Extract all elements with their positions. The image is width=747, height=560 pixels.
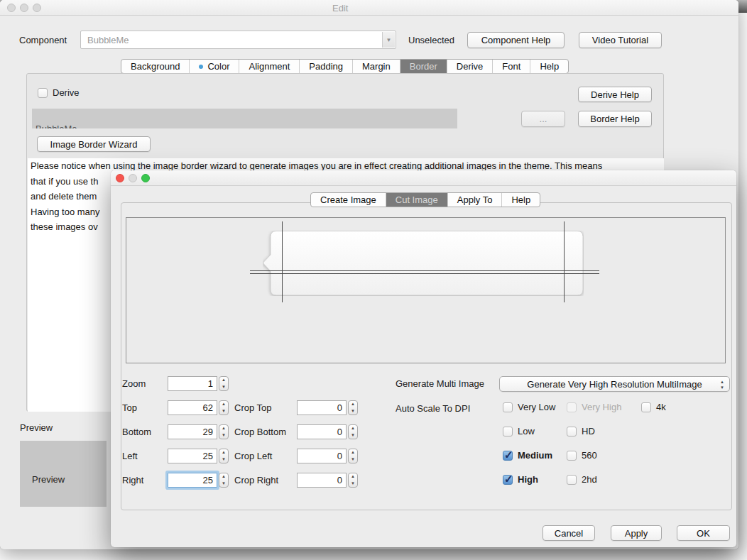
crop-left-input[interactable]: 0 (297, 449, 347, 463)
checkbox-icon (567, 402, 577, 412)
tab-apply-to[interactable]: Apply To (447, 193, 502, 207)
component-combobox[interactable]: BubbleMe ▼ (80, 31, 396, 49)
crop-bottom-input[interactable]: 0 (297, 424, 347, 439)
tab-padding[interactable]: Padding (299, 60, 352, 73)
minimize-icon[interactable] (20, 4, 28, 12)
generate-multi-image-select[interactable]: Generate Very High Resolution MultiImage… (499, 376, 730, 392)
zoom-label: Zoom (122, 378, 146, 389)
checkbox-icon (567, 427, 577, 437)
auto-scale-to-dpi-label: Auto Scale To DPI (396, 403, 470, 414)
checkbox-icon (38, 88, 48, 98)
crop-top-input[interactable]: 0 (297, 400, 347, 415)
video-tutorial-button[interactable]: Video Tutorial (579, 32, 662, 48)
image-border-wizard-dialog: Create Image Cut Image Apply To Help Zoo… (111, 170, 736, 547)
tab-margin[interactable]: Margin (352, 60, 400, 73)
tab-help[interactable]: Help (501, 193, 540, 207)
popup-arrows-icon: ▲▼ (720, 379, 724, 390)
wizard-tabbar: Create Image Cut Image Apply To Help (310, 192, 540, 207)
right-label: Right (122, 475, 143, 485)
bottom-stepper[interactable]: ▲▼ (219, 424, 229, 439)
color-dot-icon (199, 65, 203, 69)
crop-guide-top[interactable] (250, 270, 599, 271)
dpi-checkbox-low[interactable]: Low (503, 426, 535, 437)
derive-checkbox[interactable]: Derive (38, 87, 80, 98)
dpi-checkbox-medium[interactable]: Medium (503, 450, 552, 461)
top-input[interactable]: 62 (168, 400, 217, 415)
checkbox-icon (641, 402, 651, 412)
cancel-button[interactable]: Cancel (542, 525, 595, 541)
crop-left-label: Crop Left (234, 451, 272, 461)
zoom-input[interactable]: 1 (168, 376, 217, 391)
dpi-checkbox-4k[interactable]: 4k (641, 402, 666, 412)
border-image-field-text: BubbleMe (36, 123, 77, 128)
dpi-checkbox-hd[interactable]: HD (567, 426, 595, 437)
tab-color[interactable]: Color (189, 60, 239, 73)
zoom-icon[interactable] (141, 174, 150, 182)
checkbox-icon (503, 427, 513, 437)
tab-derive[interactable]: Derive (447, 60, 493, 73)
dpi-checkbox-very-low[interactable]: Very Low (503, 402, 555, 412)
generate-multi-image-label: Generate Multi Image (396, 378, 484, 389)
top-label: Top (122, 402, 137, 413)
tab-cut-image[interactable]: Cut Image (386, 193, 447, 207)
top-stepper[interactable]: ▲▼ (219, 400, 229, 415)
close-icon[interactable] (7, 4, 16, 12)
crop-top-stepper[interactable]: ▲▼ (348, 400, 358, 415)
zoom-stepper[interactable]: ▲▼ (219, 376, 229, 391)
bottom-input[interactable]: 29 (168, 424, 217, 439)
crop-right-input[interactable]: 0 (297, 473, 347, 488)
tab-border[interactable]: Border (400, 60, 447, 73)
checkbox-icon (567, 475, 577, 485)
crop-guide-left[interactable] (282, 221, 283, 302)
crop-guide-right[interactable] (564, 221, 565, 302)
tab-create-image[interactable]: Create Image (311, 193, 386, 207)
border-image-field[interactable]: BubbleMe (32, 109, 457, 128)
dpi-checkbox-560[interactable]: 560 (567, 450, 597, 461)
apply-button[interactable]: Apply (611, 525, 662, 541)
right-stepper[interactable]: ▲▼ (219, 473, 229, 488)
crop-right-label: Crop Right (234, 475, 278, 485)
component-preview: Preview (20, 441, 107, 507)
checkbox-icon (567, 451, 577, 461)
crop-bottom-label: Crop Bottom (234, 427, 286, 437)
preview-label: Preview (20, 422, 53, 433)
image-border-wizard-button[interactable]: Image Border Wizard (37, 136, 151, 152)
dpi-checkbox-very-high: Very High (567, 402, 621, 412)
zoom-icon[interactable] (33, 4, 41, 12)
component-help-button[interactable]: Component Help (467, 32, 565, 48)
chevron-down-icon[interactable]: ▼ (382, 32, 395, 48)
ok-button[interactable]: OK (677, 525, 730, 541)
wizard-titlebar[interactable] (111, 170, 736, 186)
dpi-checkbox-2hd[interactable]: 2hd (567, 474, 597, 485)
crop-left-stepper[interactable]: ▲▼ (348, 449, 358, 463)
edit-tabbar: Background Color Alignment Padding Margi… (121, 59, 569, 74)
checkbox-checked-icon (503, 475, 513, 485)
bottom-label: Bottom (122, 427, 151, 437)
tab-font[interactable]: Font (492, 60, 530, 73)
crop-top-label: Crop Top (234, 402, 272, 413)
tab-help[interactable]: Help (530, 60, 568, 73)
speech-bubble-image (263, 231, 584, 296)
cut-image-preview (126, 217, 726, 363)
ellipsis-button[interactable]: ... (521, 111, 565, 127)
component-label: Component (19, 35, 67, 45)
left-label: Left (122, 451, 138, 461)
close-icon[interactable] (116, 174, 124, 182)
crop-bottom-stepper[interactable]: ▲▼ (348, 424, 358, 439)
derive-help-button[interactable]: Derive Help (578, 87, 652, 102)
unselected-status: Unselected (408, 35, 454, 45)
tab-background[interactable]: Background (121, 60, 189, 73)
edit-dialog-titlebar[interactable]: Edit (0, 0, 738, 16)
crop-guide-bottom[interactable] (250, 273, 599, 274)
window-title: Edit (332, 3, 348, 13)
crop-right-stepper[interactable]: ▲▼ (348, 473, 358, 488)
tab-alignment[interactable]: Alignment (239, 60, 299, 73)
minimize-icon[interactable] (129, 174, 137, 182)
border-help-button[interactable]: Border Help (578, 111, 652, 127)
left-input[interactable]: 25 (168, 449, 217, 463)
checkbox-icon (503, 402, 513, 412)
dpi-checkbox-high[interactable]: High (503, 474, 538, 485)
left-stepper[interactable]: ▲▼ (219, 449, 229, 463)
right-input[interactable]: 25 (168, 473, 217, 488)
checkbox-checked-icon (503, 451, 513, 461)
